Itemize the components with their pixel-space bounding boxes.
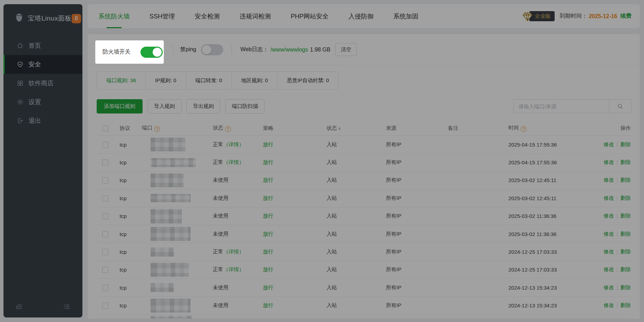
firewall-switch-label: 防火墙开关 <box>103 48 130 56</box>
firewall-switch-spotlight: 防火墙开关 <box>95 40 164 64</box>
baota-panel-page: 宝塔Linux面板 0 首页安全软件商店设置退出 系统防火墙SSH管理安全检测违… <box>0 0 644 322</box>
firewall-toggle[interactable] <box>140 47 163 58</box>
toggle-knob <box>153 48 162 57</box>
